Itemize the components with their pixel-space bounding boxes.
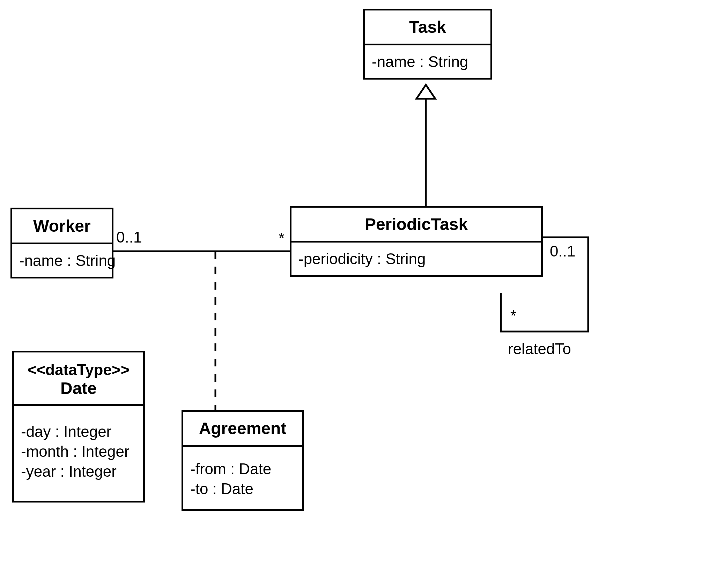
class-agreement: Agreement -from : Date -to : Date — [182, 410, 304, 511]
multiplicity-self-top: 0..1 — [550, 243, 575, 260]
class-task: Task -name : String — [363, 9, 492, 80]
attr-text: -month : Integer — [21, 441, 136, 461]
class-name-text: Agreement — [199, 419, 287, 438]
class-date: <<dataType>> Date -day : Integer -month … — [12, 351, 145, 503]
attr-text: -periodicity : String — [298, 249, 534, 269]
class-name-text: Task — [409, 18, 446, 36]
class-task-name: Task — [365, 10, 490, 45]
class-name-text: Worker — [33, 217, 91, 235]
multiplicity-worker: 0..1 — [116, 229, 142, 246]
attr-text: -from : Date — [190, 459, 295, 479]
class-agreement-attrs: -from : Date -to : Date — [183, 447, 302, 509]
class-name-text: Date — [60, 379, 97, 397]
multiplicity-self-bottom: * — [510, 307, 516, 325]
class-periodictask: PeriodicTask -periodicity : String — [290, 206, 543, 277]
class-date-name: <<dataType>> Date — [14, 352, 143, 406]
stereotype-text: <<dataType>> — [17, 361, 140, 379]
attr-text: -year : Integer — [21, 461, 136, 481]
association-name-relatedto: relatedTo — [508, 340, 571, 358]
attr-text: -name : String — [372, 52, 483, 72]
class-periodictask-attrs: -periodicity : String — [291, 243, 541, 275]
uml-diagram: Task -name : String Worker -name : Strin… — [0, 0, 717, 588]
svg-marker-1 — [416, 85, 435, 99]
class-agreement-name: Agreement — [183, 412, 302, 447]
class-worker-name: Worker — [12, 209, 112, 244]
class-name-text: PeriodicTask — [365, 215, 468, 233]
class-periodictask-name: PeriodicTask — [291, 208, 541, 243]
class-date-attrs: -day : Integer -month : Integer -year : … — [14, 406, 143, 501]
multiplicity-periodictask-left: * — [279, 230, 284, 247]
class-worker: Worker -name : String — [10, 208, 113, 278]
class-worker-attrs: -name : String — [12, 244, 112, 277]
attr-text: -day : Integer — [21, 422, 136, 441]
class-task-attrs: -name : String — [365, 45, 490, 78]
attr-text: -name : String — [19, 251, 105, 270]
attr-text: -to : Date — [190, 479, 295, 499]
